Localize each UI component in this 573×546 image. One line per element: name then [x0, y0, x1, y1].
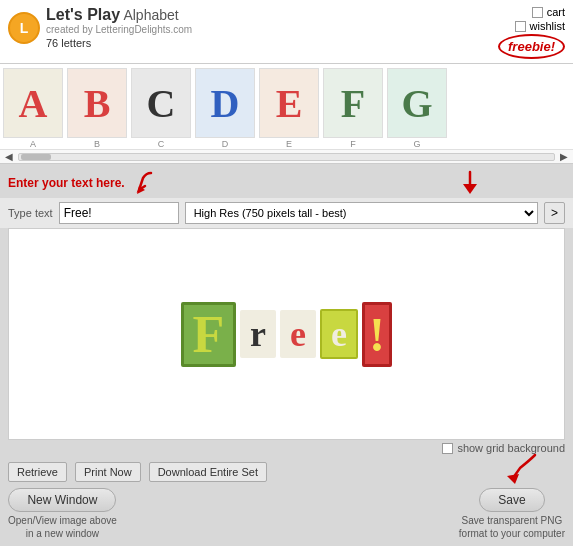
thumb-label-G: G [413, 139, 420, 149]
thumb-label-B: B [94, 139, 100, 149]
resolution-select[interactable]: High Res (750 pixels tall - best) Med Re… [185, 202, 538, 224]
svg-marker-1 [463, 184, 477, 194]
cart-label: cart [547, 6, 565, 18]
save-button[interactable]: Save [479, 488, 544, 512]
created-by: created by LetteringDelights.com [46, 24, 192, 35]
new-window-section: New Window Open/View image above in a ne… [8, 488, 117, 540]
free-text-preview: F r e e ! [181, 302, 392, 367]
thumb-img-A: A [3, 68, 63, 138]
thumbnail-strip-container: A A B B C C D D E E F F [0, 64, 573, 164]
thumb-img-C: C [131, 68, 191, 138]
thumb-img-D: D [195, 68, 255, 138]
new-window-button[interactable]: New Window [8, 488, 116, 512]
download-entire-set-button[interactable]: Download Entire Set [149, 462, 267, 482]
title-block: Let's Play Alphabet created by Lettering… [46, 6, 192, 49]
hint-left: Enter your text here. [8, 168, 161, 198]
scroll-thumb [21, 154, 51, 160]
save-desc: Save transparent PNG format to your comp… [459, 514, 565, 540]
cart-row: cart [532, 6, 565, 18]
preview-letter-F: F [181, 302, 236, 367]
letter-count: 76 letters [46, 37, 192, 49]
preview-letter-excl: ! [362, 302, 392, 367]
wishlist-checkbox[interactable] [515, 21, 526, 32]
thumb-item-A[interactable]: A A [2, 68, 64, 149]
thumb-label-C: C [158, 139, 165, 149]
app-title: Let's Play Alphabet [46, 6, 192, 24]
hint-row: Enter your text here. [0, 164, 573, 198]
thumb-img-G: G [387, 68, 447, 138]
scroll-right-arrow[interactable]: ▶ [557, 151, 571, 162]
arrow-down-res-icon [455, 168, 485, 198]
show-grid-checkbox[interactable] [442, 443, 453, 454]
scroll-track[interactable] [18, 153, 555, 161]
freebie-badge: freebie! [498, 34, 565, 59]
thumb-label-D: D [222, 139, 229, 149]
arrow-save-icon [485, 450, 545, 485]
logo-icon: L [8, 12, 40, 44]
thumb-img-E: E [259, 68, 319, 138]
header: L Let's Play Alphabet created by Letteri… [0, 0, 573, 64]
thumb-label-F: F [350, 139, 356, 149]
scroll-left-arrow[interactable]: ◀ [2, 151, 16, 162]
wishlist-label: wishlist [530, 20, 565, 32]
thumb-item-B[interactable]: B B [66, 68, 128, 149]
thumb-img-B: B [67, 68, 127, 138]
header-left: L Let's Play Alphabet created by Letteri… [8, 6, 192, 49]
arrow-down-left-icon [131, 168, 161, 198]
thumb-img-F: F [323, 68, 383, 138]
new-window-desc: Open/View image above in a new window [8, 514, 117, 540]
retrieve-button[interactable]: Retrieve [8, 462, 67, 482]
header-right: cart wishlist freebie! [498, 6, 565, 59]
thumb-item-G[interactable]: G G [386, 68, 448, 149]
thumb-item-D[interactable]: D D [194, 68, 256, 149]
text-input-row: Type text High Res (750 pixels tall - be… [0, 198, 573, 228]
cart-checkbox[interactable] [532, 7, 543, 18]
wishlist-row: wishlist [515, 20, 565, 32]
thumb-item-C[interactable]: C C [130, 68, 192, 149]
text-input[interactable] [59, 202, 179, 224]
thumb-label-E: E [286, 139, 292, 149]
thumb-item-E[interactable]: E E [258, 68, 320, 149]
preview-letter-e2: e [320, 309, 358, 359]
thumbnail-strip: A A B B C C D D E E F F [0, 64, 573, 149]
action-row: New Window Open/View image above in a ne… [0, 486, 573, 546]
go-button[interactable]: > [544, 202, 565, 224]
svg-marker-2 [507, 474, 519, 484]
preview-letter-e1: e [280, 310, 316, 358]
thumb-item-F[interactable]: F F [322, 68, 384, 149]
enter-hint: Enter your text here. [8, 176, 125, 190]
type-text-label: Type text [8, 207, 53, 219]
thumb-label-A: A [30, 139, 36, 149]
preview-area: F r e e ! [8, 228, 565, 440]
print-now-button[interactable]: Print Now [75, 462, 141, 482]
save-section: Save Save transparent PNG format to your… [459, 488, 565, 540]
preview-letter-r: r [240, 310, 276, 358]
scrollbar-row: ◀ ▶ [0, 149, 573, 163]
